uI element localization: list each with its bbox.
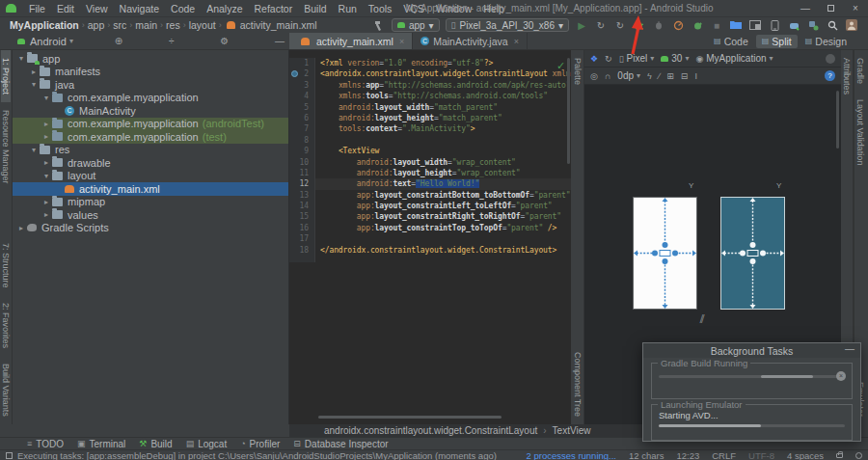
collapse-all-icon[interactable]: ÷	[164, 36, 179, 46]
code-editor[interactable]: 123456789101112131415161718 <?xml versio…	[289, 50, 571, 424]
tree-item-app[interactable]: ▾app	[13, 52, 288, 66]
inspection-ok-icon[interactable]: ✓	[556, 60, 565, 72]
code-line[interactable]: app:layout_constraintRight_toRightOf="pa…	[315, 211, 571, 222]
device-manager-icon[interactable]	[768, 19, 781, 32]
phone-preview-blueprint[interactable]	[720, 197, 785, 310]
component-marker-icon[interactable]	[291, 70, 298, 77]
code-line[interactable]: <androidx.constraintlayout.widget.Constr…	[315, 68, 571, 79]
tool-window-logcat[interactable]: ▤Logcat	[186, 439, 228, 449]
code-line[interactable]: app:layout_constraintTop_toTopOf="parent…	[315, 223, 571, 233]
design-surface-icon[interactable]: ❖	[590, 54, 598, 64]
breadcrumb-item[interactable]: main	[133, 19, 159, 31]
tool-window-button-build-variants[interactable]: Build Variants	[1, 356, 11, 424]
tree-item-manifests[interactable]: ▸manifests	[13, 66, 288, 79]
status-message[interactable]: Executing tasks: [app:assembleDebug] in …	[17, 450, 497, 460]
profile-avatar[interactable]	[845, 19, 858, 32]
tree-collapse-arrow[interactable]: ▸	[41, 120, 51, 128]
notifications-icon[interactable]	[855, 452, 862, 459]
default-margin-dropdown[interactable]: 0dp ▾	[617, 70, 640, 81]
apply-code-changes-icon[interactable]: ↻	[613, 19, 627, 32]
mode-split[interactable]: ▤Split	[756, 35, 798, 48]
toolwindow-toggle-icon[interactable]	[6, 452, 13, 459]
device-dropdown[interactable]: ▯ Pixel ▾	[619, 53, 655, 64]
mode-design[interactable]: ▤Design	[800, 35, 853, 48]
line-number[interactable]: 17	[289, 233, 314, 244]
code-line[interactable]	[315, 233, 571, 244]
clear-constraints-icon[interactable]: ϟ	[647, 71, 652, 81]
menu-analyze[interactable]: Analyze	[201, 3, 248, 14]
tree-item-res[interactable]: ▾res	[13, 144, 288, 157]
breadcrumb-item[interactable]: src	[111, 19, 128, 31]
help-icon[interactable]: ?	[825, 70, 835, 81]
tree-collapse-arrow[interactable]: ▸	[41, 132, 51, 141]
tree-collapse-arrow[interactable]: ▸	[41, 198, 51, 206]
editor-tab-MainActivity-java[interactable]: CMainActivity.java×	[413, 33, 528, 49]
project-tree[interactable]: ▾app▸manifests▾java▾com.example.myapplic…	[13, 50, 289, 424]
code-line[interactable]: android:layout_width="wrap_content"	[315, 157, 571, 168]
maximize-window-icon[interactable]	[818, 0, 843, 17]
tree-item-activity_main-xml[interactable]: activity_main.xml	[13, 182, 288, 196]
tree-collapse-arrow[interactable]: ▸	[29, 68, 39, 76]
run-button[interactable]: ▶	[575, 19, 588, 32]
autoconnect-magnet-icon[interactable]: ∩	[605, 71, 610, 81]
tree-expand-arrow[interactable]: ▾	[29, 146, 39, 154]
status-widget-4-spaces[interactable]: 4 spaces	[787, 450, 824, 460]
status-widget-12-chars[interactable]: 12 chars	[629, 450, 664, 460]
tree-item-Gradle-Scripts[interactable]: ▸Gradle Scripts	[13, 222, 288, 235]
line-number[interactable]: 9	[289, 146, 314, 156]
tool-window-todo[interactable]: ≡TODO	[27, 439, 64, 449]
minimize-window-icon[interactable]: —	[793, 0, 818, 17]
line-number[interactable]: 16	[289, 223, 314, 233]
tree-item-java[interactable]: ▾java	[13, 78, 288, 92]
gradle-sync-icon[interactable]	[691, 19, 704, 32]
code-line[interactable]: </androidx.constraintlayout.widget.Const…	[315, 245, 571, 256]
breadcrumb-item[interactable]: layout	[187, 19, 218, 31]
code-line[interactable]: xmlns:tools="http://schemas.android.com/…	[315, 91, 571, 101]
apply-changes-icon[interactable]: ↻	[594, 19, 608, 32]
menu-help[interactable]: Help	[477, 3, 510, 14]
tool-window-button-1-project[interactable]: 1: Project	[1, 50, 11, 102]
line-number[interactable]: 15	[289, 211, 314, 222]
code-line[interactable]: android:layout_height="match_parent"	[315, 113, 571, 123]
tree-item-com-example-myapplication[interactable]: ▾com.example.myapplication	[13, 92, 288, 105]
tool-window-button-layout-validation[interactable]: Layout Validation	[855, 92, 865, 173]
guidelines-icon[interactable]: I	[694, 71, 697, 81]
line-number[interactable]: 10	[289, 157, 314, 168]
menu-view[interactable]: View	[80, 3, 114, 14]
tool-window-button-gradle[interactable]: Gradle	[855, 50, 865, 92]
line-number[interactable]: 12	[289, 178, 314, 189]
mode-code[interactable]: ▤Code	[708, 35, 754, 48]
tool-window-terminal[interactable]: ▣Terminal	[77, 439, 125, 449]
breadcrumb-item[interactable]: res	[164, 19, 182, 31]
tool-window-button-resource-manager[interactable]: Resource Manager	[1, 102, 11, 192]
code-line[interactable]: android:layout_height="wrap_content"	[315, 168, 571, 178]
code-line[interactable]: app:layout_constraintBottom_toBottomOf="…	[315, 190, 571, 201]
tree-expand-arrow[interactable]: ▾	[41, 94, 51, 102]
settings-icon[interactable]: ⚙	[215, 36, 233, 46]
locate-file-icon[interactable]: ⊕	[110, 36, 127, 46]
breadcrumb-item[interactable]: activity_main.xml	[238, 19, 319, 31]
code-line[interactable]: xmlns:app="http://schemas.android.com/ap…	[315, 80, 571, 91]
infer-constraints-icon[interactable]: ∕	[659, 71, 661, 81]
tree-item-values[interactable]: ▸values	[13, 208, 288, 222]
menu-refactor[interactable]: Refactor	[249, 3, 299, 14]
tree-item-layout[interactable]: ▾layout	[13, 170, 288, 183]
line-number[interactable]: 1	[289, 58, 314, 68]
tree-expand-arrow[interactable]: ▾	[41, 172, 51, 180]
menu-vcs[interactable]: VCS	[397, 3, 430, 14]
breadcrumb-item[interactable]: MyApplication	[8, 19, 81, 31]
tree-item-com-example-myapplication[interactable]: ▸com.example.myapplication(androidTest)	[13, 118, 288, 131]
build-hammer-icon[interactable]	[372, 19, 386, 32]
code-line[interactable]: android:text="Hello World!"	[315, 178, 571, 189]
menu-file[interactable]: File	[23, 3, 51, 14]
run-configuration-select[interactable]: app ▾	[392, 18, 440, 32]
profiler-icon[interactable]	[671, 19, 685, 32]
line-number[interactable]: 3	[289, 80, 314, 91]
device-select[interactable]: ▯ Pixel_3a_API_30_x86 ▾	[446, 18, 569, 32]
code-line[interactable]: <?xml version="1.0" encoding="utf-8"?>	[315, 58, 571, 68]
phone-preview-design[interactable]	[633, 197, 697, 310]
hide-panel-icon[interactable]: —	[270, 36, 289, 46]
menu-window[interactable]: Window	[430, 3, 477, 14]
dialog-title-bar[interactable]: Background Tasks —	[643, 343, 860, 358]
orientation-icon[interactable]: ↻	[605, 54, 612, 64]
